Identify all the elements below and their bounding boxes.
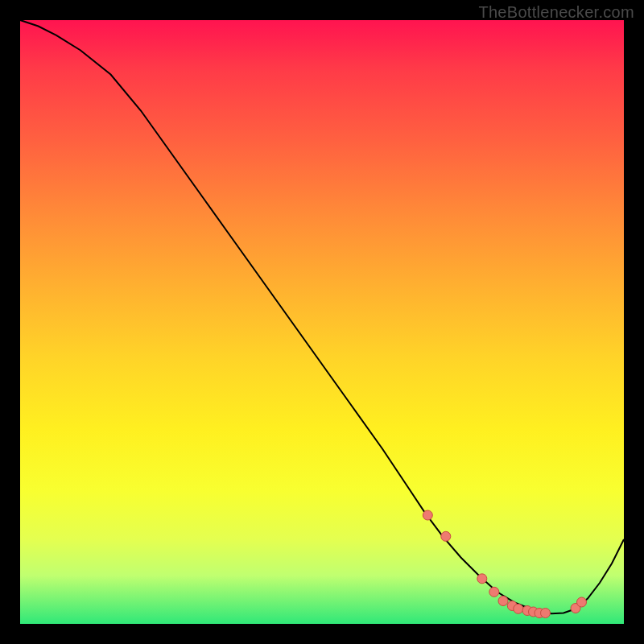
data-marker <box>441 531 451 541</box>
curve-line <box>20 20 624 613</box>
data-marker <box>541 609 551 618</box>
chart-frame: TheBottlenecker.com <box>0 0 644 644</box>
data-marker <box>489 587 499 597</box>
chart-svg <box>20 20 624 624</box>
marker-group <box>423 510 586 618</box>
data-marker <box>498 597 508 606</box>
data-marker <box>477 574 487 584</box>
watermark-text: TheBottlenecker.com <box>478 3 634 22</box>
data-marker <box>423 510 432 520</box>
data-marker <box>577 597 587 607</box>
data-marker <box>514 604 523 613</box>
